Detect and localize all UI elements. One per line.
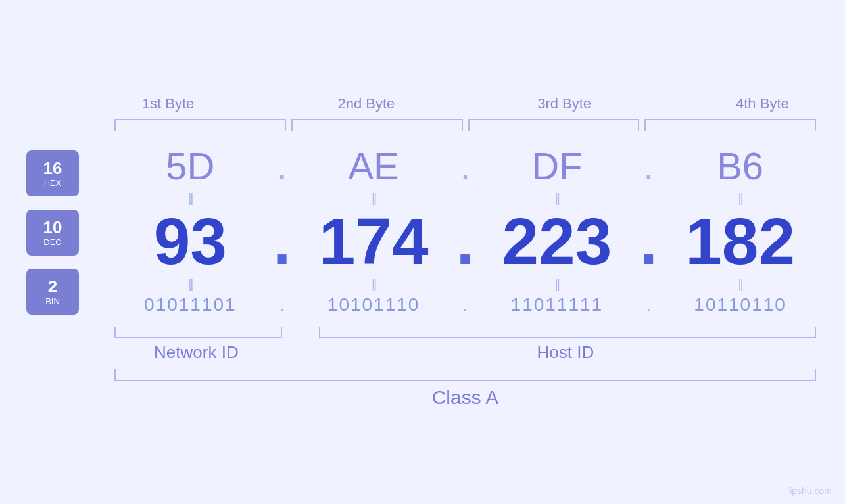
bin-b4: 10110110: [662, 294, 819, 315]
dec-b3: 223: [479, 208, 636, 274]
class-bracket-row: Class A: [112, 369, 819, 409]
convert-sym-3: ||: [479, 191, 636, 206]
hex-b4: B6: [662, 144, 819, 188]
bin-number: 2: [48, 278, 57, 295]
hex-b1-value: 5D: [166, 145, 214, 187]
hex-row: 5D . AE . DF . B6: [112, 144, 819, 188]
bin-badge: 2 BIN: [26, 269, 79, 315]
bottom-brackets: [112, 327, 819, 338]
host-bracket: [319, 327, 816, 338]
dec-b2-value: 174: [319, 204, 429, 278]
hex-b2: AE: [295, 144, 452, 188]
main-container: 1st Byte 2nd Byte 3rd Byte 4th Byte 16 H…: [0, 0, 845, 504]
bin-dot2: .: [452, 294, 479, 315]
network-bracket: [114, 327, 282, 338]
bin-label: BIN: [45, 296, 60, 306]
bin-b3: 11011111: [479, 294, 636, 315]
bracket-seg1: [114, 119, 286, 131]
hex-number: 16: [43, 160, 62, 177]
convert-sym-8: ||: [662, 277, 819, 292]
bin-b3-value: 11011111: [511, 294, 604, 315]
dec-b2: 174: [295, 208, 452, 274]
dec-b3-value: 223: [502, 204, 612, 278]
convert-sym-1: ||: [112, 191, 269, 206]
bin-dot3: .: [635, 294, 662, 315]
bin-b2-value: 10101110: [327, 294, 420, 315]
dec-b1: 93: [112, 208, 269, 274]
byte3-header: 3rd Byte: [466, 95, 664, 112]
bin-b4-value: 10110110: [694, 294, 786, 315]
dec-row: 93 . 174 . 223 . 182: [112, 208, 819, 274]
watermark: ipshu.com: [790, 486, 832, 496]
bottom-area: Network ID Host ID: [112, 327, 819, 363]
hex-dot1: .: [269, 144, 295, 188]
bin-b2: 10101110: [295, 294, 452, 315]
hex-b3-value: DF: [531, 145, 582, 187]
dec-dot3: .: [635, 208, 662, 274]
convert-sym-6: ||: [295, 277, 452, 292]
content-area: 16 HEX 10 DEC 2 BIN 5D .: [26, 144, 819, 321]
host-id-label: Host ID: [312, 342, 819, 363]
bracket-seg4: [644, 119, 816, 131]
hex-b3: DF: [479, 144, 636, 188]
bin-dot1: .: [269, 294, 295, 315]
hex-dot2: .: [452, 144, 479, 188]
dec-number: 10: [43, 219, 62, 236]
byte-headers: 1st Byte 2nd Byte 3rd Byte 4th Byte: [69, 95, 845, 112]
dec-dot2: .: [452, 208, 479, 274]
hex-b2-value: AE: [348, 145, 398, 187]
dec-b1-value: 93: [154, 204, 227, 278]
bracket-seg2: [291, 119, 463, 131]
byte1-header: 1st Byte: [69, 95, 267, 112]
top-brackets: [112, 119, 819, 131]
convert-sym-5: ||: [112, 277, 269, 292]
class-bracket: [114, 369, 816, 381]
values-grid: 5D . AE . DF . B6: [112, 144, 819, 321]
hex-dot3: .: [635, 144, 662, 188]
convert-sym-2: ||: [295, 191, 452, 206]
convert-sym-7: ||: [479, 277, 636, 292]
dec-dot1: .: [269, 208, 295, 274]
bin-row: 01011101 . 10101110 . 11011111 .: [112, 294, 819, 315]
bracket-seg3: [468, 119, 640, 131]
dec-b4-value: 182: [685, 204, 795, 278]
bottom-labels: Network ID Host ID: [112, 342, 819, 363]
byte2-header: 2nd Byte: [267, 95, 465, 112]
base-labels: 16 HEX 10 DEC 2 BIN: [26, 144, 105, 321]
hex-b4-value: B6: [717, 145, 763, 187]
hex-label: HEX: [44, 178, 62, 188]
byte4-header: 4th Byte: [664, 95, 845, 112]
network-id-label: Network ID: [112, 342, 281, 363]
dec-b4: 182: [662, 208, 819, 274]
dec-label: DEC: [43, 237, 61, 247]
hex-b1: 5D: [112, 144, 269, 188]
hex-badge: 16 HEX: [26, 150, 79, 196]
dec-badge: 10 DEC: [26, 210, 79, 256]
bin-b1: 01011101: [112, 294, 269, 315]
bin-b1-value: 01011101: [144, 294, 237, 315]
convert-sym-4: ||: [662, 191, 819, 206]
class-label: Class A: [112, 386, 819, 409]
